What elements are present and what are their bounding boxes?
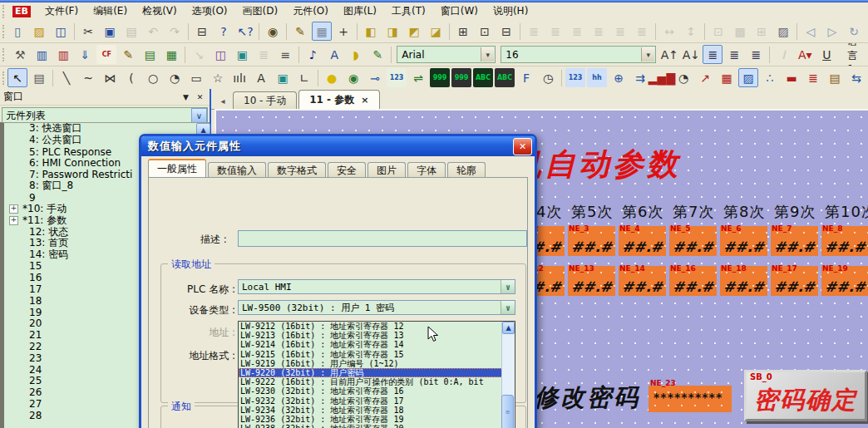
menu-item[interactable]: 说明(H) (486, 3, 535, 18)
menu-item[interactable]: 文件(F) (37, 3, 86, 18)
alarm-bar-icon[interactable]: ▬ (782, 68, 801, 87)
dialog-tab-安全[interactable]: 安全 (328, 162, 366, 178)
numeric-display-object[interactable]: NE_18##.# (720, 266, 767, 296)
arc-icon[interactable]: ( (121, 68, 141, 87)
view-mode-dropdown[interactable]: 元件列表 ∨ (2, 107, 208, 124)
function-key-icon[interactable]: F (516, 68, 536, 87)
scroll-up-icon[interactable]: ▲ (502, 322, 515, 334)
fit-width-icon[interactable]: ⊡ (475, 22, 495, 41)
dropdown-item[interactable]: LW-9220 (32bit) : 用户密码 (239, 368, 515, 377)
dropdown-item[interactable]: LW-9215 (16bit) : 地址索引寄存器 15 (239, 350, 515, 359)
toolbar-grip[interactable] (2, 48, 7, 61)
clock-icon[interactable]: ◷ (538, 68, 558, 87)
numeric-display-object[interactable]: NE_3##.# (568, 226, 615, 256)
compile-icon[interactable]: ⚒ (10, 45, 30, 64)
font-window-icon[interactable]: A (324, 45, 344, 64)
column-header-text[interactable]: 第5次 (571, 202, 619, 222)
menu-item[interactable]: 工具(T) (384, 3, 433, 18)
trend-display-icon[interactable]: ↗ (695, 68, 715, 87)
tag-library-icon[interactable]: ◗ (346, 45, 366, 64)
dropdown-scrollbar[interactable]: ▲ ≡ (501, 322, 515, 428)
tab-10-手动[interactable]: 10 - 手动 (233, 91, 297, 109)
polygon-icon[interactable]: ☆ (208, 68, 228, 87)
text-icon[interactable]: A (251, 68, 271, 87)
numeric-display-object[interactable]: NE_13##.# (568, 266, 615, 296)
layer-mix-icon[interactable]: ▨ (773, 22, 793, 41)
dropdown-item[interactable]: LW-9213 (16bit) : 地址索引寄存器 13 (239, 331, 515, 340)
flip-horizontal-icon[interactable]: ▷ (822, 22, 842, 41)
pie-icon[interactable]: ◔ (165, 68, 185, 87)
scrollbar-thumb[interactable]: ≡ (501, 395, 514, 428)
set-bit-icon[interactable]: ⊸ (365, 68, 385, 87)
dialog-tab-一般属性[interactable]: 一般属性 (148, 159, 206, 178)
move-shape-icon[interactable]: ⊕ (609, 68, 629, 87)
bring-to-front-icon[interactable]: ◧ (361, 22, 381, 41)
animated-shape-icon[interactable]: ⇉ (630, 68, 650, 87)
send-to-back-icon[interactable]: ◨ (382, 22, 402, 41)
numeric-display-object[interactable]: NE_7##.# (771, 226, 818, 256)
polyline-icon[interactable]: ⋈ (100, 68, 120, 87)
print-icon[interactable]: ⊟ (192, 22, 212, 41)
history-table-icon[interactable]: ▦ (717, 68, 737, 87)
circle-icon[interactable]: ○ (143, 68, 163, 87)
dropdown-item[interactable]: LW-9236 (32bit) : 地址索引寄存器 19 (239, 415, 515, 424)
ascii-input-icon[interactable]: ABC (495, 68, 515, 87)
toolbar-grip[interactable] (2, 71, 4, 85)
menu-item[interactable]: 窗口(W) (433, 3, 486, 18)
collapse-icon[interactable]: ▼ (180, 91, 192, 103)
password-input-object[interactable]: NE_23 ********** (649, 386, 732, 412)
data-transfer-icon[interactable]: ⇆ (846, 68, 866, 87)
system-edit-icon[interactable]: ✎ (118, 45, 138, 64)
tab-11-参数[interactable]: 11 - 参数× (298, 90, 379, 109)
bring-forward-icon[interactable]: ◩ (404, 22, 424, 41)
numeric-display-icon[interactable]: 999 (430, 68, 450, 87)
device-type-dropdown[interactable]: LW-9500 (32bit) : 用户 1 密码 ∨ (238, 300, 515, 315)
ascii-display-icon[interactable]: ABC (473, 68, 493, 87)
font-name-combo[interactable]: Arial ▾ (397, 46, 496, 63)
pen-icon[interactable]: ✎ (290, 22, 310, 41)
fit-screen-icon[interactable]: ⊞ (453, 22, 473, 41)
toolbar-grip[interactable] (2, 5, 10, 18)
dialog-tab-数字格式[interactable]: 数字格式 (268, 162, 326, 178)
numeric-input-icon[interactable]: 999 (451, 68, 471, 87)
recipe-table-icon[interactable]: ▦ (161, 45, 181, 64)
menu-item[interactable]: 图库(L) (336, 3, 384, 18)
text-align-center-icon[interactable]: ≣ (724, 45, 744, 64)
rectangle-icon[interactable]: ▭ (186, 68, 206, 87)
object-properties-icon[interactable]: ▤ (29, 68, 49, 87)
memo-icon[interactable]: ✎ (367, 45, 387, 64)
numeric-display-object[interactable]: NE_19##.# (821, 266, 868, 296)
chevron-down-icon[interactable]: ∨ (191, 108, 207, 123)
dropdown-item[interactable]: LW-9230 (32bit) : 地址索引寄存器 16 (239, 386, 515, 396)
menu-item[interactable]: 编辑(E) (86, 3, 135, 18)
expand-icon[interactable]: + (9, 204, 18, 214)
help-icon[interactable]: ? (214, 22, 234, 41)
word-lamp-icon[interactable]: ◉ (343, 68, 363, 87)
online-simulation-icon[interactable]: ▥ (53, 45, 73, 64)
sound-library-icon[interactable]: ♪ (303, 45, 323, 64)
dialog-tab-图片[interactable]: 图片 (367, 162, 406, 178)
change-password-caption[interactable]: 修改密码 (534, 381, 640, 415)
line-icon[interactable]: ╲ (57, 68, 76, 87)
menu-item[interactable]: 检视(V) (135, 3, 185, 18)
direct-window-icon[interactable]: hh (587, 68, 607, 87)
indirect-window-icon[interactable]: 123 (565, 68, 585, 87)
xy-plot-icon[interactable]: ∴ (760, 68, 780, 87)
tab-scroll-left-icon[interactable]: ◂ (216, 94, 229, 107)
select-icon[interactable]: ↖ (7, 68, 27, 87)
snap-icon[interactable]: + (333, 22, 353, 41)
offline-simulation-icon[interactable]: ▥ (32, 45, 52, 64)
column-header-text[interactable]: 第6次 (622, 202, 669, 222)
event-display-icon[interactable]: ▤ (825, 68, 845, 87)
description-input[interactable] (238, 230, 527, 247)
font-size-combo[interactable]: 16 ▾ (501, 46, 656, 63)
find-icon[interactable]: ◉ (263, 22, 283, 41)
new-file-icon[interactable]: ▯ (7, 22, 27, 41)
cut-icon[interactable]: ✂ (78, 22, 98, 41)
rotate-icon[interactable]: ↻ (844, 22, 864, 41)
numeric-display-object[interactable]: NE_6##.# (720, 226, 767, 256)
expand-icon[interactable]: + (9, 216, 18, 225)
column-header-text[interactable]: 第8次 (723, 202, 771, 222)
bit-lamp-icon[interactable]: ● (322, 68, 342, 87)
dialog-title-bar[interactable]: 数值输入元件属性 ✕ (141, 136, 535, 156)
